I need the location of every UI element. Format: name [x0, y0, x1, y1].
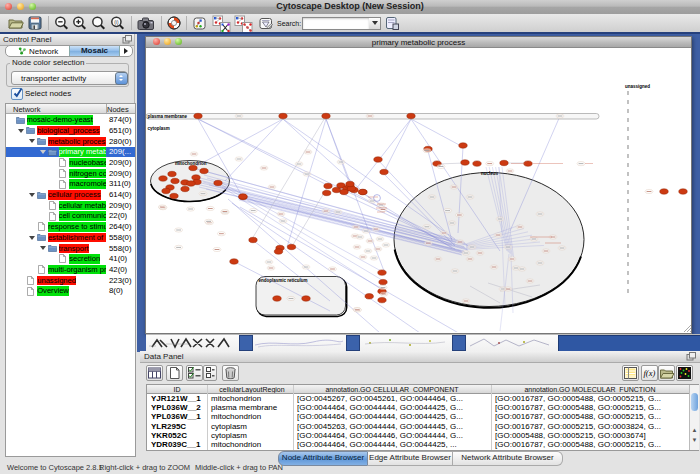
svg-text:cytoplasm: cytoplasm: [148, 126, 170, 131]
svg-text:unassigned: unassigned: [625, 84, 650, 89]
svg-text:(i): (i): [114, 20, 119, 25]
svg-text:endoplasmic reticulum: endoplasmic reticulum: [259, 278, 308, 283]
svg-text:f(x): f(x): [644, 368, 656, 378]
svg-text:plasma membrane: plasma membrane: [148, 114, 188, 119]
svg-text:nucleus: nucleus: [481, 171, 499, 176]
